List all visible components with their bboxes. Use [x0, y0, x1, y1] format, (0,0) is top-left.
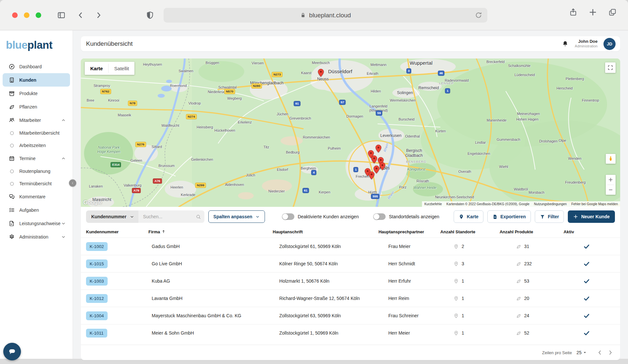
tab-overview-icon[interactable] — [608, 8, 617, 17]
active-check-icon — [583, 312, 590, 319]
calendar-icon — [9, 155, 15, 162]
prev-page-button[interactable] — [596, 349, 604, 356]
search-category-select[interactable]: Kundennummer — [86, 210, 138, 223]
chat-icon — [9, 193, 15, 200]
filter-button[interactable]: Filter — [535, 210, 564, 223]
sidebar-item[interactable]: Kunden — [3, 73, 70, 87]
sidebar-item[interactable]: Arbeitszeiten — [3, 139, 70, 152]
search-input[interactable] — [142, 214, 196, 220]
table-row[interactable]: K-1011 Meier & Sohn GmbH Zollstockgürtel… — [81, 324, 620, 341]
column-header-anzahl-produkte[interactable]: Anzahl Produkte — [499, 229, 564, 234]
sidebar-collapse-button[interactable] — [69, 179, 76, 187]
leaf-icon — [516, 261, 521, 267]
map-marker[interactable] — [318, 69, 324, 77]
column-header-kundennummer[interactable]: Kundennummer — [86, 229, 148, 234]
box-icon — [9, 90, 15, 97]
sidebar-item[interactable]: Administration — [3, 230, 70, 243]
browser-window: blueplant.cloud blueplant Dashboard — [0, 0, 628, 364]
table-row[interactable]: K-1003 Kuba AG Holzmarkt 1, 50676 Köln H… — [81, 272, 620, 290]
sidebar-item[interactable]: Mitarbeiterübersicht — [3, 127, 70, 139]
attribution-item[interactable]: Nutzungsbedingungen — [532, 202, 569, 206]
map-marker[interactable] — [375, 144, 382, 153]
radio-circle-icon — [9, 142, 15, 149]
zoom-window-button[interactable] — [36, 12, 41, 18]
bell-icon[interactable] — [562, 40, 569, 47]
cell-hauptansprechpartner: Herr Schmidt — [388, 261, 453, 266]
share-icon[interactable] — [569, 8, 578, 17]
map-type-satellit-button[interactable]: Satellit — [109, 62, 134, 75]
avatar[interactable]: JD — [603, 38, 616, 50]
map-marker[interactable] — [379, 162, 385, 171]
map-view-button[interactable]: Karte — [454, 210, 483, 223]
sidebar-item-label: Routenplanung — [19, 169, 50, 174]
toggle-location-details[interactable]: Standortdetails anzeigen — [373, 213, 439, 220]
rows-per-page-select[interactable]: 25 — [576, 350, 587, 355]
sidebar-item[interactable]: Leistungsnachweise — [3, 217, 70, 230]
active-check-icon — [583, 295, 590, 302]
zoom-out-button[interactable] — [606, 185, 616, 195]
next-page-button[interactable] — [606, 349, 614, 356]
map-marker[interactable] — [371, 155, 377, 164]
column-header-hauptanschrift[interactable]: Hauptanschrift — [273, 229, 378, 234]
minimize-window-button[interactable] — [24, 12, 29, 18]
sidebar-item[interactable]: Routenplanung — [3, 165, 70, 177]
reload-icon[interactable] — [474, 11, 483, 19]
pegman-icon[interactable] — [606, 154, 616, 164]
google-logo[interactable]: Google — [83, 200, 102, 206]
cell-hauptansprechpartner: Herr Meier — [388, 330, 453, 336]
column-header-anzahl-standorte[interactable]: Anzahl Standorte — [440, 229, 499, 234]
toggle-inactive-customers[interactable]: Deaktivierte Kunden anzeigen — [282, 213, 359, 220]
column-header-hauptansprechpartner[interactable]: Hauptansprechpartner — [378, 229, 440, 234]
leaf-icon — [9, 104, 15, 110]
sidebar-item-label: Kommentare — [19, 194, 45, 199]
sidebar-item[interactable]: Dashboard — [3, 60, 70, 73]
sidebar-item[interactable]: Produkte — [3, 87, 70, 100]
sidebar-item[interactable]: Kommentare — [3, 190, 70, 203]
new-customer-button[interactable]: Neuer Kunde — [568, 210, 615, 223]
new-tab-icon[interactable] — [588, 8, 597, 17]
radio-circle-icon — [9, 168, 15, 174]
table-row[interactable]: K-1015 Go Live GmbH Kölner Ringe 50, 506… — [81, 255, 620, 272]
chat-widget-button[interactable] — [3, 343, 21, 360]
column-header-aktiv[interactable]: Aktiv — [564, 229, 600, 234]
privacy-shield-icon[interactable] — [146, 11, 154, 20]
sidebar-item[interactable]: Terminübersicht — [3, 177, 70, 190]
customize-columns-button[interactable]: Spalten anpassen — [208, 210, 265, 223]
cell-anzahl-produkte: 31 — [524, 244, 529, 249]
table-row[interactable]: K-1012 Lavanta GmbH Richard-Wagner-Straß… — [81, 290, 620, 307]
location-pin-icon — [453, 261, 459, 267]
toggle-switch-icon[interactable] — [373, 213, 386, 220]
export-button[interactable]: Exportieren — [487, 210, 531, 223]
sidebar-toggle-icon[interactable] — [57, 11, 66, 20]
sidebar-item[interactable]: Mitarbeiter — [3, 113, 70, 127]
table-row[interactable]: K-1004 Mayerstuck Maschinenbau GmbH & Co… — [81, 307, 620, 324]
cell-hauptanschrift: Zollstockgürtel 1, 50969 Köln — [279, 330, 388, 336]
leaf-icon — [516, 278, 521, 284]
location-pin-icon — [459, 214, 464, 220]
table-row[interactable]: K-1002 Gadus GmbH Zollstockgürtel 61, 50… — [81, 238, 620, 255]
column-header-firma[interactable]: Firma — [148, 229, 273, 234]
user-name: John Doe — [575, 39, 598, 44]
sidebar-item[interactable]: Aufgaben — [3, 203, 70, 217]
close-window-button[interactable] — [12, 12, 18, 18]
sidebar-item[interactable]: Termine — [3, 152, 70, 165]
attribution-item[interactable]: Fehler bei Google Maps melden — [569, 202, 620, 206]
back-icon[interactable] — [76, 11, 85, 20]
app-logo[interactable]: blueplant — [0, 30, 73, 60]
forward-icon[interactable] — [94, 11, 103, 20]
zoom-in-button[interactable] — [606, 175, 616, 185]
attribution-item[interactable]: Kurzbefehle — [422, 202, 444, 206]
map-type-karte-button[interactable]: Karte — [85, 62, 108, 75]
sidebar-nav: Dashboard Kunden Produkte — [0, 60, 73, 243]
toggle-switch-icon[interactable] — [282, 213, 294, 220]
sort-ascending-icon — [161, 229, 166, 234]
map-marker[interactable] — [368, 171, 375, 180]
cell-hauptanschrift: Kölner Ringe 50, 50674 Köln — [279, 261, 388, 266]
fullscreen-icon[interactable] — [605, 62, 616, 73]
sidebar-item-label: Termine — [19, 156, 36, 161]
sidebar-item-label: Terminübersicht — [19, 181, 52, 186]
address-bar[interactable]: blueplant.cloud — [164, 8, 487, 23]
map[interactable]: Düsseldorf Wuppertal Köln Neuss Möncheng… — [81, 58, 620, 207]
sidebar-item[interactable]: Pflanzen — [3, 100, 70, 113]
sidebar-item-label: Kunden — [19, 77, 36, 83]
